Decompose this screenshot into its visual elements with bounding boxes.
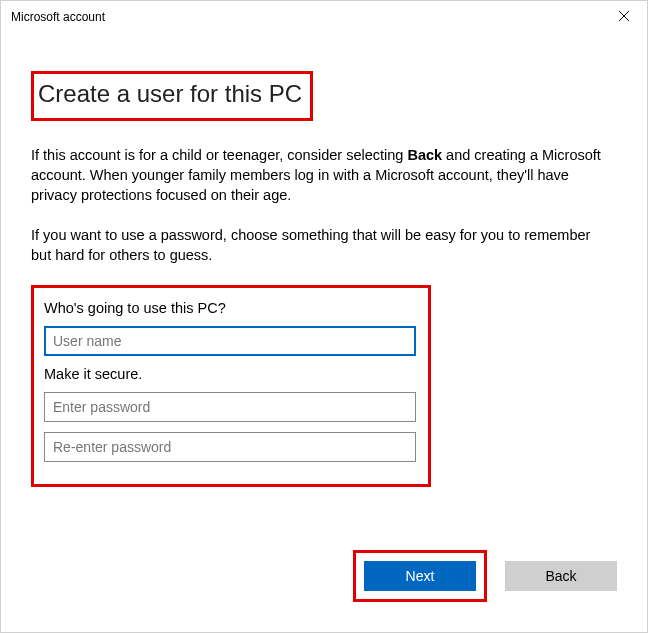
username-input[interactable] [44,326,416,356]
back-bold-text: Back [407,147,442,163]
form-highlight: Who's going to use this PC? Make it secu… [31,285,431,487]
intro-paragraph-1: If this account is for a child or teenag… [31,145,601,205]
next-highlight: Next [353,550,487,602]
password-confirm-input[interactable] [44,432,416,462]
next-button[interactable]: Next [364,561,476,591]
footer-buttons: Next Back [353,550,617,602]
close-button[interactable] [601,1,647,33]
heading-highlight: Create a user for this PC [31,71,313,121]
window-title: Microsoft account [11,10,105,24]
password-input[interactable] [44,392,416,422]
text: If this account is for a child or teenag… [31,147,407,163]
dialog-window: Microsoft account Create a user for this… [0,0,648,633]
intro-paragraph-2: If you want to use a password, choose so… [31,225,601,265]
secure-label: Make it secure. [44,366,418,382]
who-label: Who's going to use this PC? [44,300,418,316]
page-title: Create a user for this PC [38,80,302,108]
titlebar: Microsoft account [1,1,647,33]
content-area: Create a user for this PC If this accoun… [1,33,647,487]
close-icon [619,10,629,24]
back-button[interactable]: Back [505,561,617,591]
